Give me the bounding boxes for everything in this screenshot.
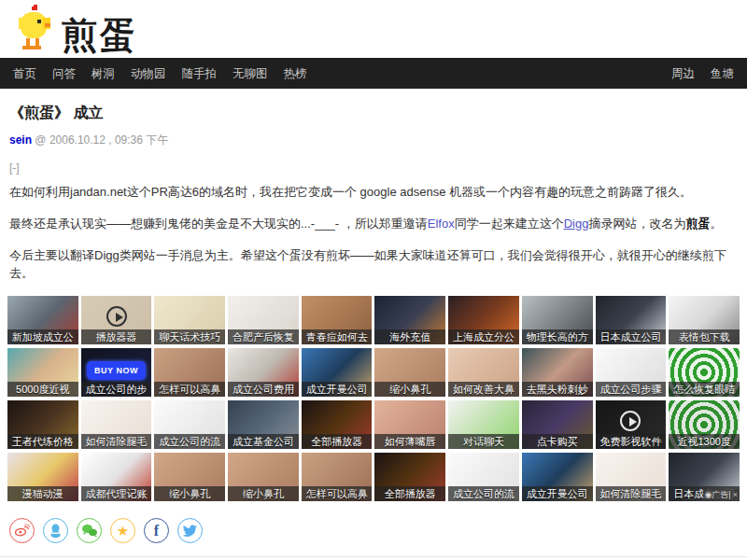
ad-thumbnail[interactable]: 王者代练价格 <box>7 400 78 449</box>
ad-caption: 成立开曼公司 <box>302 382 373 397</box>
ad-thumbnail[interactable]: 免费影视软件 <box>596 400 667 449</box>
ad-thumbnail[interactable]: 成立公司步骤 <box>596 348 667 397</box>
ad-thumbnail[interactable]: 成都代理记账 <box>81 453 152 501</box>
site-logo[interactable]: 煎蛋 <box>13 5 138 53</box>
ad-thumbnail[interactable]: 去黑头粉刺妙 <box>522 348 593 397</box>
ad-label-badge: ◉广告|× <box>703 489 740 501</box>
ad-caption: 怎样可以高鼻 <box>302 486 373 501</box>
ad-thumbnail[interactable]: 表情包下载 <box>669 296 740 344</box>
ad-thumbnail[interactable]: 全部播放器 <box>374 453 445 501</box>
ad-thumbnail[interactable]: 成立公司的流 <box>448 453 519 501</box>
ad-caption: 怎么恢复眼睛 <box>669 382 740 397</box>
ad-thumbnail[interactable]: 漫猫动漫 <box>7 453 78 501</box>
ad-thumbnail[interactable]: 海外充值 <box>374 296 445 344</box>
ad-caption: 免费影视软件 <box>596 434 667 449</box>
share-twitter-icon[interactable] <box>177 518 203 543</box>
nav-item-问答[interactable]: 问答 <box>52 67 76 80</box>
p2-text: 。 <box>710 217 722 231</box>
site-header: 煎蛋 <box>0 0 747 58</box>
nav-item-动物园[interactable]: 动物园 <box>131 67 166 80</box>
ad-thumbnail[interactable]: 合肥产后恢复 <box>228 296 299 344</box>
nav-item-鱼塘[interactable]: 鱼塘 <box>711 67 734 80</box>
ad-thumbnail[interactable]: 如何清除腿毛 <box>81 400 152 449</box>
ad-thumbnail[interactable]: 缩小鼻孔 <box>374 348 445 397</box>
nav-item-周边[interactable]: 周边 <box>671 67 695 80</box>
ad-thumbnail[interactable]: 上海成立分公 <box>448 296 519 344</box>
share-qq-icon[interactable] <box>43 518 68 543</box>
ad-caption: 5000度近视 <box>7 382 78 397</box>
ad-caption: 缩小鼻孔 <box>228 486 299 501</box>
ad-thumbnail[interactable]: 如何改善大鼻 <box>448 348 519 397</box>
nav-item-树洞[interactable]: 树洞 <box>92 67 115 80</box>
ad-thumbnail[interactable]: 缩小鼻孔 <box>154 453 225 501</box>
share-weibo-icon[interactable] <box>9 518 35 543</box>
ad-thumbnail[interactable]: 物理长高的方 <box>522 296 593 344</box>
share-qzone-icon[interactable]: ★ <box>110 518 135 543</box>
elfox-link[interactable]: Elfox <box>428 217 455 231</box>
ad-caption: 成立基金公司 <box>228 434 299 449</box>
ad-caption: 成立公司的步 <box>81 382 152 397</box>
ad-thumbnail[interactable]: 怎样可以高鼻 <box>154 348 225 397</box>
author-link[interactable]: sein <box>9 133 32 147</box>
paragraph-3: 今后主要以翻译Digg类网站一手消息为主。希望这个蛋没有煎坏——如果大家味道还算… <box>9 247 740 283</box>
ad-caption: 新加坡成立公 <box>7 329 78 344</box>
p2-text: 摘录网站，改名为 <box>588 217 685 231</box>
share-facebook-icon[interactable]: f <box>144 518 169 543</box>
ad-thumbnail[interactable]: 如何薄嘴唇 <box>374 400 445 449</box>
nav-item-首页[interactable]: 首页 <box>13 67 36 80</box>
ad-caption: 王者代练价格 <box>7 434 78 449</box>
ad-thumbnail[interactable]: 日本成立公司 <box>596 296 667 344</box>
play-icon <box>106 306 127 327</box>
ad-thumbnail[interactable]: 点卡购买 <box>522 400 593 449</box>
ad-thumbnail[interactable]: 成立公司费用 <box>228 348 299 397</box>
post-date: @ 2006.10.12 , 09:36 下午 <box>35 133 168 147</box>
buy-now-button[interactable]: BUY NOW <box>87 361 147 380</box>
post-title: 《煎蛋》 成立 <box>9 104 740 123</box>
footer: 打赏 <box>0 556 747 560</box>
ad-caption: 近视1300度 <box>669 434 740 449</box>
ad-thumbnail[interactable]: 如何清除腿毛 <box>596 453 667 501</box>
p2-text: 同学一起来建立这个 <box>455 217 564 231</box>
ad-thumbnail[interactable]: 全部播放器 <box>302 400 373 449</box>
ad-thumbnail[interactable]: 成立开曼公司 <box>522 453 593 501</box>
ad-thumbnail[interactable]: 播放器器 <box>81 296 152 344</box>
ad-thumbnail[interactable]: 青春痘如何去 <box>302 296 373 344</box>
ad-thumbnail[interactable]: 缩小鼻孔 <box>228 453 299 501</box>
play-icon <box>620 411 641 431</box>
ad-thumbnail[interactable]: 怎么恢复眼睛 <box>669 348 740 397</box>
ad-caption: 成立公司的流 <box>154 434 225 449</box>
digg-link[interactable]: Digg <box>564 217 589 231</box>
ad-label-text: ◉广告| <box>705 489 731 501</box>
nav-item-热榜[interactable]: 热榜 <box>284 67 307 80</box>
ad-thumbnail[interactable]: BUY NOW成立公司的步 <box>81 348 152 397</box>
ad-thumbnail[interactable]: 成立公司的流 <box>154 400 225 449</box>
ad-thumbnail[interactable]: 近视1300度 <box>669 400 740 449</box>
nav-item-随手拍[interactable]: 随手拍 <box>182 67 218 80</box>
ad-caption: 怎样可以高鼻 <box>154 382 225 397</box>
nav-left-list: 首页问答树洞动物园随手拍无聊图热榜 <box>13 64 307 82</box>
ad-thumbnail[interactable]: 日本成立公司◉广告|× <box>669 453 740 501</box>
ad-thumbnail[interactable]: 5000度近视 <box>7 348 78 397</box>
ad-caption: 日本成立公司 <box>596 329 667 344</box>
ad-caption: 如何清除腿毛 <box>596 486 667 501</box>
ad-thumbnail[interactable]: 新加坡成立公 <box>7 296 78 344</box>
ad-caption: 播放器器 <box>81 329 152 344</box>
ad-close-icon[interactable]: × <box>733 489 738 501</box>
ad-caption: 青春痘如何去 <box>302 329 373 344</box>
share-wechat-icon[interactable] <box>77 518 102 543</box>
ad-thumbnail[interactable]: 怎样可以高鼻 <box>302 453 373 501</box>
ad-caption: 如何薄嘴唇 <box>374 434 445 449</box>
ad-thumbnail[interactable]: 成立开曼公司 <box>302 348 373 397</box>
nav-item-无聊图[interactable]: 无聊图 <box>233 67 268 80</box>
ad-thumbnail[interactable]: 聊天话术技巧 <box>154 296 225 344</box>
collapse-toggle[interactable]: [-] <box>9 161 740 175</box>
p2-bold: 煎蛋 <box>685 217 710 231</box>
ad-thumbnail[interactable]: 对话聊天 <box>448 400 519 449</box>
p2-text: 最终还是承认现实——想赚到鬼佬的美金是不大现实的...-___- ，所以郑重邀请 <box>9 217 428 231</box>
ad-caption: 成立公司费用 <box>228 382 299 397</box>
ad-caption: 缩小鼻孔 <box>374 382 445 397</box>
ad-caption: 点卡购买 <box>522 434 593 449</box>
ad-caption: 如何改善大鼻 <box>448 382 519 397</box>
ad-caption: 成都代理记账 <box>81 486 152 501</box>
ad-thumbnail[interactable]: 成立基金公司 <box>228 400 299 449</box>
